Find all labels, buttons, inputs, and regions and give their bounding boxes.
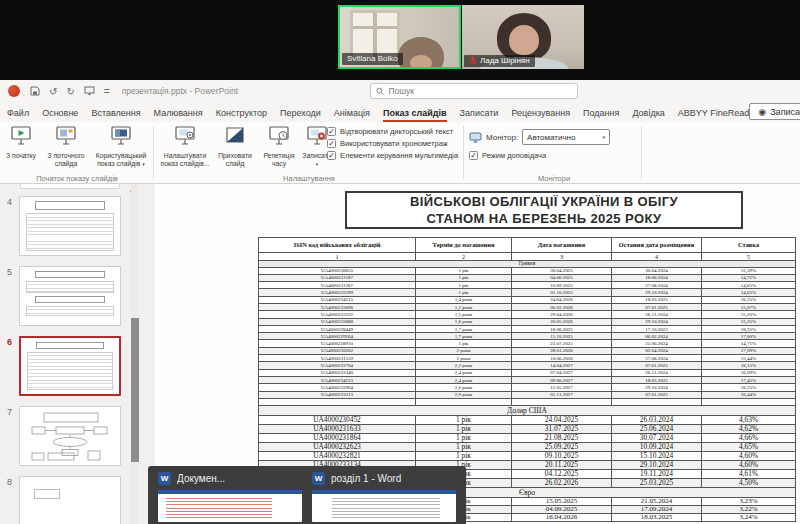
ribbon-button-0-0[interactable]: З початку [2, 122, 40, 174]
table-cell: 1 рік [416, 442, 512, 451]
presenter-view-checkbox[interactable]: ✓ Режим доповідача [469, 151, 639, 160]
menu-tab-11[interactable]: Довідка [632, 108, 664, 122]
checkbox-icon: ✓ [327, 151, 336, 160]
taskbar-preview-card-0[interactable]: W Докумен... [158, 472, 302, 520]
undo-icon[interactable]: ↺ [49, 86, 57, 97]
table-cell: UA4000232904 [259, 384, 416, 391]
menu-tab-1[interactable]: Основне [42, 108, 78, 122]
ribbon-group-start-slideshow: З початку З поточного слайда Користуваць… [2, 122, 152, 184]
slide-thumbnail-6[interactable] [19, 336, 121, 396]
table-cell: UA4000230262 [259, 347, 416, 354]
menu-tab-0[interactable]: Файл [7, 108, 29, 122]
table-cell: UA4000233340 [259, 369, 416, 376]
slide-number-7: 7 [0, 406, 19, 466]
currency-band: Долар США [259, 405, 796, 415]
table-cell [612, 398, 702, 405]
table-cell: UA4000234215 [259, 296, 416, 303]
ribbon-button-1-2[interactable]: Репетиція часу [257, 122, 301, 174]
slide-title-box[interactable]: ВІЙСЬКОВІ ОБЛІГАЦІЇ УКРАЇНИ В ОБІГУ СТАН… [345, 191, 743, 229]
powerpoint-window: ↺ ↻ = презентація.pptx - PowerPoint Файл… [0, 80, 800, 524]
settings-checkbox-1[interactable]: ✓ Використовувати хронометраж [327, 139, 458, 148]
panel-scrollbar-thumb[interactable] [131, 318, 139, 462]
ribbon-group-label: Початок показу слайдів [2, 174, 152, 183]
table-cell: 04.06.2025 [512, 274, 612, 281]
table-cell: 29.10.2024 [612, 318, 702, 325]
video-tile-participant[interactable]: Лада Шірінян [462, 5, 584, 69]
taskbar-preview-card-1[interactable]: W розділ 1 - Word [312, 472, 456, 520]
monitor-select[interactable]: Автоматично ▾ [522, 129, 610, 145]
table-cell: 17.10.2023 [612, 325, 702, 332]
table-cell: 17,09% [702, 347, 796, 354]
table-cell: UA4000233313 [259, 391, 416, 398]
table-cell: 1,4 роки [416, 296, 512, 303]
menu-tab-9[interactable]: Рецензування [511, 108, 570, 122]
ribbon-button-0-2[interactable]: Користувацький показ слайдів ▾ [92, 122, 150, 174]
menu-tab-8[interactable]: Записати [460, 108, 499, 122]
document-preview-thumbnail[interactable] [312, 490, 456, 522]
slide-thumbnail-4[interactable] [19, 196, 121, 256]
ribbon-button-1-1[interactable]: Приховати слайд [213, 122, 257, 174]
table-cell: 30.04.2024 [612, 267, 702, 274]
table-cell: 3,22% [702, 505, 796, 513]
ribbon-button-0-1[interactable]: З поточного слайда [40, 122, 92, 174]
menu-tab-7[interactable]: Показ слайдів [383, 108, 447, 122]
setup-show-icon [173, 125, 197, 150]
table-cell: 4,50% [702, 478, 796, 487]
table-cell: 14,65% [702, 289, 796, 296]
menu-tab-10[interactable]: Подання [583, 108, 619, 122]
table-cell: UA4000228910 [259, 340, 416, 347]
ribbon-group-label: Налаштування [157, 174, 461, 183]
table-cell: 19.11.2024 [612, 469, 702, 478]
table-cell: 29.10.2024 [612, 384, 702, 391]
menu-tab-3[interactable]: Малювання [154, 108, 203, 122]
slide-thumbnail-7[interactable] [19, 406, 121, 466]
record-icon: ◉ [758, 107, 766, 117]
table-header-cell: Ставка [702, 238, 796, 253]
search-input[interactable] [388, 86, 572, 96]
table-cell: 1 рік [416, 282, 512, 289]
settings-checkbox-2[interactable]: ✓ Елементи керування мультимедіа [327, 151, 458, 160]
slide-thumbnail-8[interactable] [19, 476, 121, 524]
slide-number-4: 4 [0, 196, 19, 256]
menu-tab-4[interactable]: Конструктор [216, 108, 267, 122]
video-tile-active-speaker[interactable]: Svitlana Boiko [338, 5, 461, 69]
table-cell: UA4000232599 [259, 289, 416, 296]
table-cell: 26.11.2024 [612, 369, 702, 376]
slide-title-line2: СТАНОМ НА БЕРЕЗЕНЬ 2025 РОКУ [347, 210, 741, 227]
touch-mode-icon[interactable]: = [104, 86, 110, 97]
document-preview-thumbnail[interactable] [158, 490, 302, 522]
table-cell: 1,7 роки [416, 325, 512, 332]
table-cell: 21.05.2024 [612, 497, 702, 505]
table-cell: 16,15% [702, 362, 796, 369]
table-cell: 23.07.2025 [512, 340, 612, 347]
chevron-down-icon: ▾ [603, 134, 606, 140]
table-cell: 18.06.2024 [612, 274, 702, 281]
table-cell: UA4000228449 [259, 325, 416, 332]
menu-tab-5[interactable]: Переходи [280, 108, 321, 122]
slide-thumbnail-5[interactable] [19, 266, 121, 326]
checkbox-icon: ✓ [327, 139, 336, 148]
slide-list: 4 5 6 7 8 [0, 196, 121, 524]
menu-tab-6[interactable]: Анімація [334, 108, 370, 122]
table-cell: 15,39% [702, 267, 796, 274]
table-cell: UA4000233696 [259, 303, 416, 310]
table-cell: UA4000231864 [259, 433, 416, 442]
redo-icon[interactable]: ↻ [66, 86, 74, 97]
table-cell: 18.06.2025 [512, 325, 612, 332]
menu-tab-2[interactable]: Вставлення [91, 108, 140, 122]
table-cell: 25.09.2025 [512, 442, 612, 451]
word-icon: W [312, 472, 325, 485]
start-slideshow-icon[interactable] [84, 86, 95, 96]
save-icon[interactable] [30, 86, 40, 96]
table-cell: 10.09.2024 [612, 442, 702, 451]
ribbon-group-monitors: Монітор: Автоматично ▾ ✓ Режим доповідач… [469, 122, 639, 184]
table-cell: UA4000234223 [259, 376, 416, 383]
record-button[interactable]: ◉ Записати [749, 103, 800, 120]
participant-name-tag: Лада Шірінян [464, 55, 535, 67]
table-cell: 07.01.2025 [612, 303, 702, 310]
ribbon-button-1-0[interactable]: Налаштувати показ слайдів... [157, 122, 213, 174]
table-cell: 17,60% [702, 333, 796, 340]
table-cell: 25.06.2024 [612, 424, 702, 433]
settings-checkbox-0[interactable]: ✓ Відтворювати дикторський текст [327, 127, 458, 136]
search-box[interactable] [370, 83, 578, 99]
